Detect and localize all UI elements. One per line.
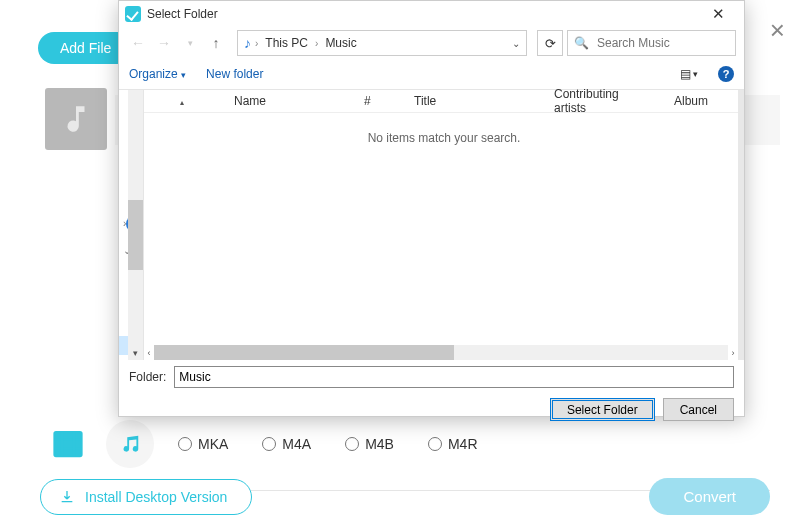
nav-recent-dropdown[interactable]: ▾	[179, 32, 201, 54]
view-options-button[interactable]: ▤▾	[680, 67, 698, 81]
format-label: MKA	[198, 436, 228, 452]
column-album[interactable]: Album	[664, 94, 744, 108]
chevron-right-icon[interactable]: ›	[315, 38, 318, 49]
install-label: Install Desktop Version	[85, 489, 227, 505]
format-radio-m4b[interactable]: M4B	[345, 436, 394, 452]
search-input[interactable]	[595, 35, 749, 51]
column-title[interactable]: Title	[404, 94, 544, 108]
breadcrumb-music[interactable]: Music	[322, 35, 359, 51]
search-icon: 🔍	[574, 36, 589, 50]
help-button[interactable]: ?	[718, 66, 734, 82]
close-icon[interactable]: ×	[770, 15, 785, 46]
column-contributing-artists[interactable]: Contributing artists	[544, 87, 664, 115]
dialog-close-button[interactable]: ✕	[698, 1, 738, 27]
music-icon: ♪	[244, 36, 251, 50]
sort-indicator[interactable]: ▴	[144, 94, 224, 108]
select-folder-dialog: Select Folder ✕ ← → ▾ ↑ ♪ › This PC › Mu…	[118, 0, 745, 417]
chevron-down-icon: ▾	[181, 70, 186, 80]
search-box[interactable]: 🔍	[567, 30, 736, 56]
file-thumbnail	[45, 88, 107, 150]
format-radio-m4a[interactable]: M4A	[262, 436, 311, 452]
convert-button[interactable]: Convert	[649, 478, 770, 515]
dialog-titlebar: Select Folder ✕	[119, 1, 744, 27]
new-folder-button[interactable]: New folder	[206, 67, 263, 81]
cancel-button[interactable]: Cancel	[663, 398, 734, 421]
column-number[interactable]: #	[354, 94, 404, 108]
install-desktop-button[interactable]: Install Desktop Version	[40, 479, 252, 515]
refresh-button[interactable]: ⟳	[537, 30, 563, 56]
folder-tree: ▴ Pictures📌 Videos📌 ape to wav MPEG wav …	[119, 90, 144, 360]
format-label: M4R	[448, 436, 478, 452]
chevron-right-icon[interactable]: ›	[255, 38, 258, 49]
address-bar[interactable]: ♪ › This PC › Music ⌄	[237, 30, 527, 56]
format-radio-mka[interactable]: MKA	[178, 436, 228, 452]
column-headers: ▴ Name # Title Contributing artists Albu…	[144, 90, 744, 113]
download-icon	[59, 489, 75, 505]
list-vscrollbar[interactable]	[738, 90, 744, 360]
folder-label: Folder:	[129, 370, 166, 384]
breadcrumb-thispc[interactable]: This PC	[262, 35, 311, 51]
format-label: M4A	[282, 436, 311, 452]
nav-up-button[interactable]: ↑	[205, 32, 227, 54]
file-list-pane: ▴ Name # Title Contributing artists Albu…	[144, 90, 744, 360]
tree-scrollbar-thumb[interactable]	[128, 200, 143, 270]
scroll-down-button[interactable]: ▾	[128, 345, 143, 360]
scroll-right-button[interactable]: ›	[728, 345, 738, 360]
list-hscrollbar-thumb[interactable]	[154, 345, 454, 360]
empty-message: No items match your search.	[144, 131, 744, 145]
svg-rect-0	[55, 432, 82, 456]
film-icon[interactable]	[50, 426, 86, 462]
format-radio-m4r[interactable]: M4R	[428, 436, 478, 452]
column-name[interactable]: Name	[224, 94, 354, 108]
scroll-left-button[interactable]: ‹	[144, 345, 154, 360]
nav-back-button[interactable]: ←	[127, 32, 149, 54]
nav-forward-button[interactable]: →	[153, 32, 175, 54]
folder-input[interactable]	[174, 366, 734, 388]
organize-menu[interactable]: Organize ▾	[129, 67, 186, 81]
format-label: M4B	[365, 436, 394, 452]
select-folder-button[interactable]: Select Folder	[550, 398, 655, 421]
dialog-title: Select Folder	[147, 7, 218, 21]
address-dropdown-icon[interactable]: ⌄	[512, 38, 520, 49]
app-logo-icon	[125, 6, 141, 22]
